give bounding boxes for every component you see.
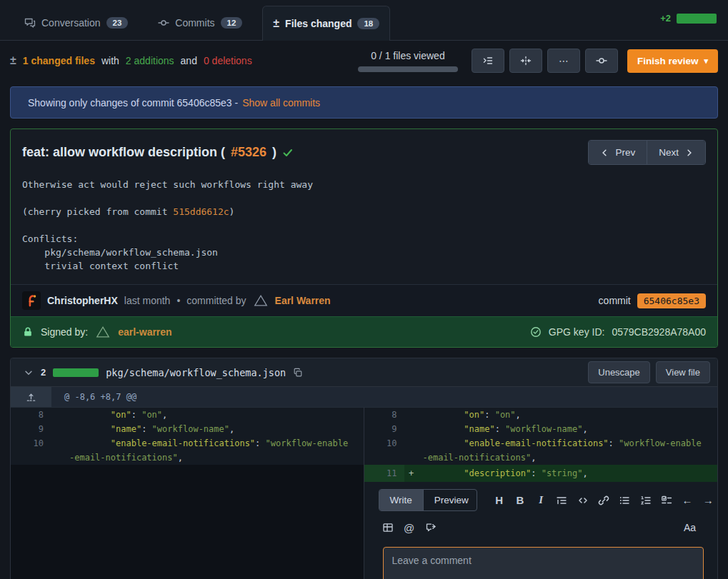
diff-line-code: "name": "workflow-name",: [419, 422, 706, 436]
diff-split-view: 8 "on": "on",9 "name": "workflow-name",1…: [11, 408, 717, 482]
diff-line: 8 "on": "on",: [11, 408, 364, 422]
commit-title-text: feat: allow workflow description (: [22, 145, 225, 160]
cherry-pick-hash-link[interactable]: 515dd6612c: [173, 206, 229, 217]
tab-files-changed[interactable]: ± Files changed 18: [262, 6, 390, 41]
changed-files-summary: ± 1 changed files with 2 additions and 0…: [10, 54, 252, 67]
numbered-list-icon[interactable]: [637, 491, 654, 510]
diff-line-number[interactable]: 11: [364, 465, 404, 482]
quote-icon[interactable]: [553, 491, 571, 510]
bold-icon[interactable]: B: [511, 491, 529, 510]
editor-toolbar: Write Preview H B I: [379, 489, 718, 511]
task-list-icon[interactable]: [657, 491, 675, 510]
chevron-left-icon: [600, 148, 609, 157]
preview-tab[interactable]: Preview: [423, 490, 477, 510]
diff-icon: ±: [273, 17, 279, 30]
diff-line-sign: [404, 422, 419, 436]
verified-icon: [530, 326, 542, 338]
pr-tab-bar: Conversation 23 Commits 12 ± Files chang…: [0, 0, 728, 41]
heading-icon[interactable]: H: [490, 491, 508, 510]
diff-line-sign: [51, 408, 65, 422]
split-view-toggle-button[interactable]: [509, 49, 542, 73]
prev-commit-button[interactable]: Prev: [589, 141, 647, 164]
redo-icon[interactable]: →: [699, 491, 717, 510]
diff-line-code: [65, 465, 352, 482]
committer-avatar[interactable]: [253, 293, 269, 308]
author-name[interactable]: ChristopherHX: [47, 295, 118, 306]
diff-line-number[interactable]: 8: [364, 408, 404, 422]
link-icon[interactable]: [594, 491, 612, 510]
diff-line: 10 "enable-email-notifications": "workfl…: [11, 436, 364, 465]
finish-review-button[interactable]: Finish review ▾: [627, 49, 718, 73]
code-icon[interactable]: [574, 491, 592, 510]
diff-line-number[interactable]: 8: [11, 408, 51, 422]
additions-count: +2: [660, 13, 671, 24]
files-viewed-label: 0 / 1 files viewed: [371, 50, 445, 61]
undo-icon[interactable]: ←: [678, 491, 696, 510]
reference-icon[interactable]: [422, 518, 440, 537]
expand-up-button[interactable]: [11, 387, 51, 407]
chevron-right-icon: [685, 148, 694, 157]
diff-line-sign: [51, 422, 65, 436]
next-commit-button[interactable]: Next: [647, 141, 705, 164]
table-icon[interactable]: [379, 518, 397, 537]
deletions-text: 0 deletions: [204, 55, 252, 66]
summary-text: and: [181, 55, 197, 66]
signer-name[interactable]: earl-warren: [118, 326, 171, 338]
view-file-button[interactable]: View file: [656, 361, 710, 383]
diff-line-sign: [51, 465, 65, 482]
file-diff-box: 2 pkg/schema/workflow_schema.json Unesca…: [10, 358, 718, 579]
diff-line-code: "name": "workflow-name",: [65, 422, 352, 436]
diff-line-number[interactable]: 9: [11, 422, 51, 436]
banner-text: Showing only changes of commit 65406c85e…: [28, 97, 238, 109]
committer-name[interactable]: Earl Warren: [275, 295, 331, 306]
files-count-badge: 18: [357, 18, 379, 29]
diff-icon: ±: [10, 54, 16, 67]
diff-line-code: "on": "on",: [65, 408, 352, 422]
hunk-header: @ -8,6 +8,7 @@: [51, 387, 136, 407]
comment-textarea[interactable]: [383, 547, 704, 579]
copy-path-icon[interactable]: [293, 368, 303, 378]
conversation-icon: [24, 17, 36, 29]
changed-files-summary-row: ± 1 changed files with 2 additions and 0…: [0, 41, 728, 81]
commit-title-text: ): [272, 145, 276, 160]
tab-label: Commits: [175, 17, 214, 29]
diff-hunk-row: @ -8,6 +8,7 @@: [11, 387, 717, 408]
check-icon: [282, 147, 294, 158]
show-all-commits-link[interactable]: Show all commits: [242, 97, 320, 109]
caret-down-icon: ▾: [704, 56, 708, 66]
signer-avatar[interactable]: [95, 324, 111, 340]
author-avatar[interactable]: [22, 291, 41, 310]
diff-line-number: [11, 465, 51, 482]
mention-icon[interactable]: @: [400, 518, 419, 537]
tab-conversation[interactable]: Conversation 23: [14, 6, 138, 40]
italic-icon[interactable]: I: [532, 491, 549, 510]
diff-pane-old: 8 "on": "on",9 "name": "workflow-name",1…: [11, 408, 364, 482]
diff-line-number[interactable]: 9: [364, 422, 404, 436]
diff-line-sign: [404, 408, 419, 422]
diff-line-sign: +: [404, 466, 419, 482]
write-tab[interactable]: Write: [379, 490, 423, 510]
diff-options-button[interactable]: ⋯: [547, 49, 580, 73]
diff-line-code: "on": "on",: [419, 408, 706, 422]
issue-link[interactable]: #5326: [231, 145, 266, 160]
diff-line-sign: [51, 436, 65, 465]
lock-icon: [22, 326, 34, 338]
inline-comment-editor: Write Preview H B I: [364, 482, 718, 579]
ellipsis-icon: ⋯: [559, 55, 569, 66]
font-size-button[interactable]: Aa: [684, 522, 696, 533]
collapse-file-icon[interactable]: [24, 368, 34, 378]
diff-line-number[interactable]: 10: [364, 436, 404, 465]
dot-separator: •: [176, 295, 180, 306]
write-preview-tabs: Write Preview: [379, 489, 477, 511]
commit-sha-badge[interactable]: 65406c85e3: [637, 293, 706, 308]
commit-select-button[interactable]: [585, 49, 618, 73]
diff-line: 9 "name": "workflow-name",: [364, 422, 718, 436]
diff-pane-new: 8 "on": "on",9 "name": "workflow-name",1…: [364, 408, 718, 482]
tab-commits[interactable]: Commits 12: [148, 6, 252, 40]
pr-diff-stat: +2: [660, 13, 717, 24]
diff-line-number[interactable]: 10: [11, 436, 51, 465]
file-tree-toggle-button[interactable]: [472, 49, 504, 73]
bullet-list-icon[interactable]: [616, 491, 634, 510]
unescape-button[interactable]: Unescape: [588, 361, 650, 383]
diff-stat-bar: [677, 14, 717, 24]
